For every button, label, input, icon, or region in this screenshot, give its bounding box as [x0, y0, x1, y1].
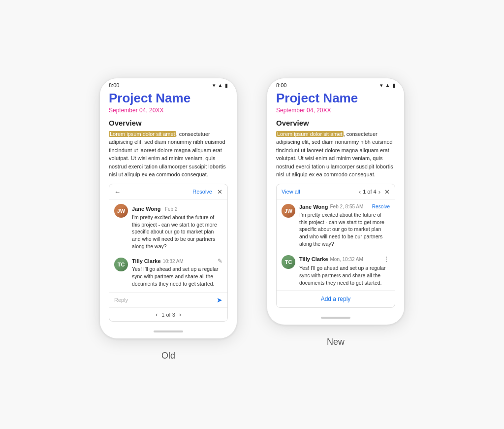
old-doc-body: Lorem ipsum dolor sit amet, consectetuer…	[109, 130, 228, 179]
old-next-button[interactable]: ›	[179, 311, 181, 318]
new-prev-button[interactable]: ‹	[359, 188, 361, 196]
new-doc-body-rest: , consectetuer adipiscing elit, sed diam…	[276, 131, 393, 178]
new-bottom-bar	[267, 313, 404, 325]
old-phone: 8:00 ▾ ▲ ▮ Project Name September 04, 20…	[99, 78, 237, 339]
new-add-reply-bar: Add a reply	[277, 290, 395, 307]
old-pagination-bar: ‹ 1 of 3 ›	[109, 307, 227, 321]
old-phone-section: 8:00 ▾ ▲ ▮ Project Name September 04, 20…	[99, 78, 237, 362]
new-tilly-comment: TC Tilly Clarke Mon, 10:32 AM ⋮ Yes! I'l…	[277, 251, 395, 290]
new-doc-body: Lorem ipsum dolor sit amet, consectetuer…	[276, 130, 395, 179]
old-home-indicator	[154, 330, 183, 332]
old-send-icon[interactable]: ➤	[217, 296, 222, 304]
new-highlight: Lorem ipsum dolor sit amet	[276, 131, 344, 137]
new-overview-title: Overview	[276, 119, 395, 127]
old-tilly-avatar: TC	[114, 258, 128, 271]
old-jane-text: I'm pretty excited about the future of t…	[132, 214, 222, 250]
comparison-container: 8:00 ▾ ▲ ▮ Project Name September 04, 20…	[90, 58, 414, 371]
new-panel-header: View all ‹ 1 of 4 › ✕	[277, 184, 395, 200]
old-panel-header: ← Resolve ✕	[109, 184, 227, 200]
old-tilly-text: Yes! I'll go ahead and set up a regular …	[132, 265, 222, 287]
old-jane-date: Feb 2	[165, 206, 178, 212]
new-more-icon[interactable]: ⋮	[383, 255, 390, 263]
old-tilly-time: 10:32 AM	[163, 259, 184, 264]
new-add-reply-button[interactable]: Add a reply	[321, 296, 351, 302]
new-jane-datetime: Feb 2, 8:55 AM	[330, 204, 363, 209]
battery-icon: ▮	[225, 82, 228, 89]
new-doc-date: September 04, 20XX	[276, 107, 395, 114]
new-tilly-body: Tilly Clarke Mon, 10:32 AM ⋮ Yes! I'll g…	[299, 255, 390, 286]
old-doc-title: Project Name	[109, 91, 228, 106]
old-status-bar: 8:00 ▾ ▲ ▮	[100, 78, 237, 91]
new-next-button[interactable]: ›	[378, 188, 380, 196]
old-prev-button[interactable]: ‹	[156, 311, 158, 318]
old-bottom-bar	[100, 327, 237, 338]
new-wifi-icon: ▾	[380, 82, 383, 89]
new-nav-controls: ‹ 1 of 4 ›	[359, 188, 380, 196]
new-comment-panel: View all ‹ 1 of 4 › ✕ JW Jane W	[276, 184, 395, 308]
new-signal-icon: ▲	[385, 82, 390, 88]
old-reply-placeholder: Reply	[114, 297, 217, 303]
old-reply-bar[interactable]: Reply ➤	[109, 292, 227, 307]
old-close-button[interactable]: ✕	[217, 188, 222, 196]
new-jane-body: Jane Wong Feb 2, 8:55 AM Resolve I'm pre…	[299, 204, 390, 247]
old-status-time: 8:00	[109, 82, 119, 88]
old-resolve-button[interactable]: Resolve	[192, 189, 212, 195]
new-phone-section: 8:00 ▾ ▲ ▮ Project Name September 04, 20…	[267, 78, 405, 348]
old-jane-name: Jane Wong	[132, 206, 160, 212]
old-jane-comment: JW Jane Wong Feb 2 I'm pretty excited ab…	[109, 200, 227, 254]
old-doc-date: September 04, 20XX	[109, 107, 228, 114]
new-jane-name: Jane Wong	[299, 204, 328, 210]
new-status-time: 8:00	[276, 82, 286, 88]
new-status-icons: ▾ ▲ ▮	[380, 82, 395, 89]
new-tilly-avatar: TC	[282, 255, 295, 269]
new-tilly-time: Mon, 10:32 AM	[330, 257, 363, 262]
new-battery-icon: ▮	[392, 82, 395, 89]
old-jane-avatar: JW	[114, 204, 128, 218]
old-pagination-text: 1 of 3	[161, 312, 175, 318]
signal-icon: ▲	[218, 82, 223, 88]
old-tilly-name: Tilly Clarke	[132, 258, 161, 264]
old-jane-body: Jane Wong Feb 2 I'm pretty excited about…	[132, 204, 222, 250]
new-status-bar: 8:00 ▾ ▲ ▮	[267, 78, 404, 91]
old-label: Old	[161, 351, 175, 361]
old-tilly-comment: TC Tilly Clarke 10:32 AM ✎ Yes! I'll go …	[109, 254, 227, 291]
old-highlight: Lorem ipsum dolor sit amet	[109, 131, 176, 137]
new-jane-avatar: JW	[282, 204, 295, 218]
new-jane-comment: JW Jane Wong Feb 2, 8:55 AM Resolve I'm …	[277, 200, 395, 251]
old-comment-panel: ← Resolve ✕ JW Jane Wong Feb 2 I'm prett…	[109, 184, 228, 322]
new-home-indicator	[321, 317, 350, 319]
new-label: New	[327, 337, 345, 347]
wifi-icon: ▾	[213, 82, 216, 89]
view-all-button[interactable]: View all	[282, 189, 300, 195]
old-tilly-body: Tilly Clarke 10:32 AM ✎ Yes! I'll go ahe…	[132, 258, 222, 287]
new-tilly-text: Yes! I'll go ahead and set up a regular …	[299, 264, 390, 286]
old-doc-body-rest: , consectetuer adipiscing elit, sed diam…	[109, 131, 226, 178]
new-tilly-header: Tilly Clarke Mon, 10:32 AM ⋮	[299, 255, 390, 263]
new-resolve-button[interactable]: Resolve	[372, 204, 390, 209]
new-jane-header: Jane Wong Feb 2, 8:55 AM Resolve	[299, 204, 390, 210]
new-tilly-name: Tilly Clarke	[299, 256, 328, 262]
new-jane-text: I'm pretty excited about the future of t…	[299, 211, 390, 247]
new-phone: 8:00 ▾ ▲ ▮ Project Name September 04, 20…	[267, 78, 405, 326]
new-doc-content: Project Name September 04, 20XX Overview…	[267, 91, 404, 313]
new-close-button[interactable]: ✕	[384, 188, 390, 196]
new-doc-title: Project Name	[276, 91, 395, 106]
old-doc-content: Project Name September 04, 20XX Overview…	[100, 91, 237, 327]
old-back-button[interactable]: ←	[114, 188, 121, 196]
old-overview-title: Overview	[109, 119, 228, 127]
old-edit-icon: ✎	[218, 258, 222, 264]
new-pagination-text: 1 of 4	[363, 189, 377, 195]
old-status-icons: ▾ ▲ ▮	[213, 82, 228, 89]
